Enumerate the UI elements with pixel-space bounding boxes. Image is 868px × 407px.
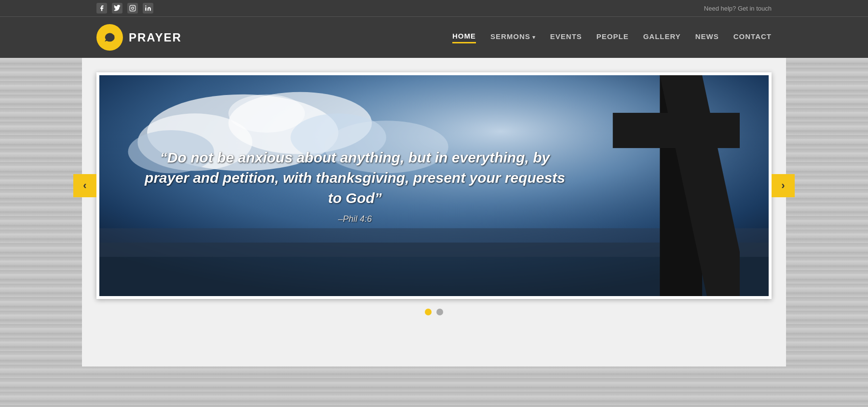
svg-marker-19 <box>613 113 740 148</box>
logo-area[interactable]: PRAYER <box>96 24 182 51</box>
help-text: Need help? Get in touch <box>704 5 772 12</box>
slider-dots <box>96 309 772 315</box>
nav-sermons[interactable]: SERMONS <box>490 32 536 42</box>
svg-point-2 <box>134 6 135 7</box>
quote-text: “Do not be anxious about anything, but i… <box>138 148 572 208</box>
linkedin-icon[interactable] <box>143 3 153 14</box>
svg-rect-0 <box>130 5 136 11</box>
brand-name: PRAYER <box>129 31 182 44</box>
slider-container: “Do not be anxious about anything, but i… <box>96 72 772 299</box>
social-icons-group <box>96 3 153 14</box>
main-nav: HOME SERMONS EVENTS PEOPLE GALLERY NEWS … <box>452 32 772 43</box>
top-bar: Need help? Get in touch <box>0 0 868 16</box>
header: PRAYER HOME SERMONS EVENTS PEOPLE GALLER… <box>0 16 868 58</box>
twitter-icon[interactable] <box>112 3 122 14</box>
svg-point-9 <box>229 92 372 154</box>
nav-contact[interactable]: CONTACT <box>733 32 772 42</box>
svg-point-1 <box>132 7 134 10</box>
instagram-icon[interactable] <box>127 3 138 14</box>
nav-events[interactable]: EVENTS <box>550 32 582 42</box>
nav-news[interactable]: NEWS <box>695 32 719 42</box>
quote-reference: –Phil 4:6 <box>138 214 572 224</box>
prev-slide-button[interactable]: ‹ <box>73 174 96 197</box>
slide-1: “Do not be anxious about anything, but i… <box>99 75 769 296</box>
slider-wrapper: ‹ <box>96 72 772 299</box>
nav-people[interactable]: PEOPLE <box>597 32 629 42</box>
main-content: ‹ <box>82 58 786 366</box>
svg-point-13 <box>229 95 305 133</box>
facebook-icon[interactable] <box>96 3 107 14</box>
next-slide-button[interactable]: › <box>772 174 795 197</box>
nav-home[interactable]: HOME <box>452 32 476 43</box>
slide-quote: “Do not be anxious about anything, but i… <box>138 148 572 224</box>
slide-dot-2[interactable] <box>436 309 443 315</box>
slide-dot-1[interactable] <box>425 309 432 315</box>
logo-circle <box>96 24 123 51</box>
nav-gallery[interactable]: GALLERY <box>643 32 681 42</box>
